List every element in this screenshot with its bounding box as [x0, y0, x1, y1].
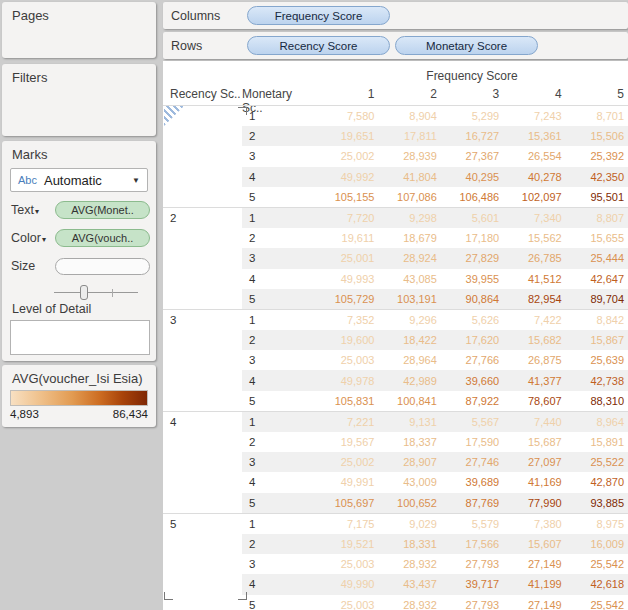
monetary-score-row-header[interactable]: 3: [242, 350, 316, 370]
crosstab-value-cell[interactable]: 40,278: [503, 167, 565, 187]
crosstab-value-cell[interactable]: 39,955: [441, 269, 503, 289]
crosstab-value-cell[interactable]: 15,361: [503, 126, 565, 146]
crosstab-value-cell[interactable]: 25,001: [316, 248, 378, 268]
monetary-score-row-header[interactable]: 4: [242, 167, 316, 187]
rows-shelf[interactable]: Rows Recency ScoreMonetary Score: [163, 32, 628, 59]
recency-score-row-header[interactable]: [163, 452, 242, 472]
crosstab-value-cell[interactable]: 82,954: [503, 289, 565, 309]
crosstab-value-cell[interactable]: 7,175: [316, 514, 378, 534]
rows-pill[interactable]: Monetary Score: [395, 36, 538, 55]
crosstab-value-cell[interactable]: 9,298: [378, 208, 440, 228]
monetary-score-row-header[interactable]: 5: [242, 595, 316, 610]
monetary-score-row-header[interactable]: 1: [242, 208, 316, 228]
crosstab-value-cell[interactable]: 39,717: [441, 574, 503, 594]
crosstab-value-cell[interactable]: 27,746: [441, 452, 503, 472]
crosstab-value-cell[interactable]: 19,600: [316, 330, 378, 350]
crosstab-value-cell[interactable]: 102,097: [503, 187, 565, 207]
color-legend-card[interactable]: AVG(voucher_Isi Esia) 4,893 86,434: [2, 365, 156, 427]
crosstab-value-cell[interactable]: 43,437: [378, 574, 440, 594]
crosstab-value-cell[interactable]: 15,687: [503, 432, 565, 452]
crosstab-value-cell[interactable]: 88,310: [566, 391, 628, 411]
monetary-score-row-header[interactable]: 4: [242, 269, 316, 289]
frequency-score-column-header[interactable]: 3: [441, 87, 503, 104]
crosstab-value-cell[interactable]: 28,964: [378, 350, 440, 370]
crosstab-value-cell[interactable]: 26,875: [503, 350, 565, 370]
crosstab-value-cell[interactable]: 87,922: [441, 391, 503, 411]
monetary-score-header[interactable]: Monetary Sc..: [242, 87, 316, 104]
crosstab-value-cell[interactable]: 100,841: [378, 391, 440, 411]
text-encoding-button[interactable]: Text▾: [11, 203, 55, 217]
crosstab-value-cell[interactable]: 49,978: [316, 370, 378, 390]
crosstab-value-cell[interactable]: 87,769: [441, 493, 503, 513]
monetary-score-row-header[interactable]: 2: [242, 534, 316, 554]
crosstab-value-cell[interactable]: 28,932: [378, 554, 440, 574]
recency-score-row-header[interactable]: [163, 595, 242, 610]
crosstab-value-cell[interactable]: 15,607: [503, 534, 565, 554]
crosstab-value-cell[interactable]: 43,085: [378, 269, 440, 289]
crosstab-value-cell[interactable]: 8,964: [566, 412, 628, 432]
crosstab-value-cell[interactable]: 5,601: [441, 208, 503, 228]
crosstab-value-cell[interactable]: 5,579: [441, 514, 503, 534]
crosstab-value-cell[interactable]: 25,392: [566, 146, 628, 166]
crosstab-value-cell[interactable]: 25,003: [316, 350, 378, 370]
crosstab-value-cell[interactable]: 16,727: [441, 126, 503, 146]
crosstab-value-cell[interactable]: 28,932: [378, 595, 440, 610]
recency-score-row-header[interactable]: [163, 350, 242, 370]
recency-score-row-header[interactable]: [163, 228, 242, 248]
text-encoding-pill[interactable]: AVG(Monet..: [55, 201, 150, 219]
crosstab-value-cell[interactable]: 7,352: [316, 310, 378, 330]
columns-shelf[interactable]: Columns Frequency Score: [163, 2, 628, 29]
crosstab-value-cell[interactable]: 26,785: [503, 248, 565, 268]
crosstab-value-cell[interactable]: 27,149: [503, 554, 565, 574]
crosstab-value-cell[interactable]: 105,729: [316, 289, 378, 309]
mark-type-dropdown[interactable]: Abc Automatic ▼: [10, 168, 148, 192]
crosstab-value-cell[interactable]: 77,990: [503, 493, 565, 513]
filters-shelf[interactable]: Filters: [2, 64, 156, 136]
recency-score-row-header[interactable]: [163, 391, 242, 411]
color-encoding-pill[interactable]: AVG(vouch..: [55, 229, 150, 247]
monetary-score-row-header[interactable]: 1: [242, 106, 316, 126]
frequency-score-column-header[interactable]: 5: [566, 87, 628, 104]
crosstab-value-cell[interactable]: 7,221: [316, 412, 378, 432]
crosstab-value-cell[interactable]: 41,804: [378, 167, 440, 187]
crosstab-value-cell[interactable]: 7,422: [503, 310, 565, 330]
crosstab-value-cell[interactable]: 17,590: [441, 432, 503, 452]
crosstab-value-cell[interactable]: 27,766: [441, 350, 503, 370]
pages-shelf[interactable]: Pages: [2, 2, 156, 58]
recency-score-row-header[interactable]: [163, 269, 242, 289]
crosstab-value-cell[interactable]: 93,885: [566, 493, 628, 513]
crosstab-value-cell[interactable]: 42,738: [566, 370, 628, 390]
crosstab-value-cell[interactable]: 17,180: [441, 228, 503, 248]
crosstab-value-cell[interactable]: 100,652: [378, 493, 440, 513]
crosstab-value-cell[interactable]: 28,924: [378, 248, 440, 268]
crosstab-value-cell[interactable]: 18,679: [378, 228, 440, 248]
monetary-score-row-header[interactable]: 2: [242, 432, 316, 452]
crosstab-value-cell[interactable]: 18,337: [378, 432, 440, 452]
monetary-score-row-header[interactable]: 5: [242, 391, 316, 411]
crosstab-value-cell[interactable]: 19,521: [316, 534, 378, 554]
crosstab-value-cell[interactable]: 49,992: [316, 167, 378, 187]
monetary-score-row-header[interactable]: 2: [242, 228, 316, 248]
recency-score-row-header[interactable]: [163, 534, 242, 554]
crosstab-value-cell[interactable]: 107,086: [378, 187, 440, 207]
recency-score-row-header[interactable]: [163, 289, 242, 309]
crosstab-value-cell[interactable]: 95,501: [566, 187, 628, 207]
crosstab-value-cell[interactable]: 8,904: [378, 106, 440, 126]
crosstab-value-cell[interactable]: 19,611: [316, 228, 378, 248]
color-encoding-button[interactable]: Color▾: [11, 231, 55, 245]
crosstab-value-cell[interactable]: 7,720: [316, 208, 378, 228]
crosstab-value-cell[interactable]: 25,639: [566, 350, 628, 370]
recency-score-row-header[interactable]: 3: [163, 310, 242, 330]
recency-score-row-header[interactable]: 5: [163, 514, 242, 534]
size-encoding-slot[interactable]: [55, 258, 150, 275]
monetary-score-row-header[interactable]: 2: [242, 126, 316, 146]
recency-score-row-header[interactable]: [163, 432, 242, 452]
color-gradient-bar[interactable]: [10, 390, 148, 406]
recency-score-row-header[interactable]: [163, 187, 242, 207]
recency-score-row-header[interactable]: [163, 574, 242, 594]
crosstab-value-cell[interactable]: 15,506: [566, 126, 628, 146]
crosstab-value-cell[interactable]: 49,991: [316, 472, 378, 492]
recency-score-row-header[interactable]: [163, 370, 242, 390]
crosstab-value-cell[interactable]: 25,002: [316, 452, 378, 472]
crosstab-value-cell[interactable]: 78,607: [503, 391, 565, 411]
